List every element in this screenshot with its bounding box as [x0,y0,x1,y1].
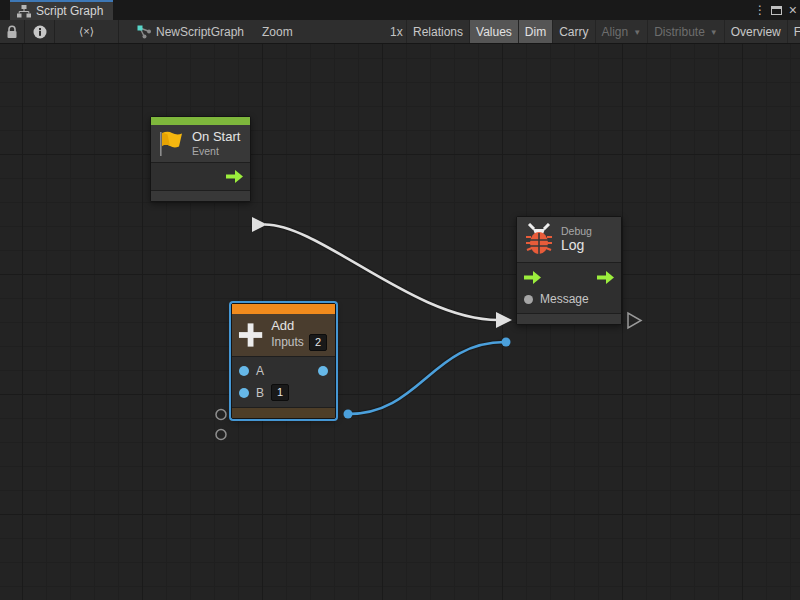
overview-button[interactable]: Overview [724,20,787,43]
close-icon[interactable]: × [789,0,797,20]
graph-name-label: NewScriptGraph [156,20,256,43]
port-label: Message [540,292,589,306]
maximize-glyph [771,6,782,15]
node-title: Add [271,319,327,334]
bug-icon [525,223,553,256]
inputs-label: Inputs [271,336,304,350]
full-screen-button[interactable]: Full S [787,20,800,43]
message-input-port[interactable] [524,295,533,304]
node-footer [517,313,621,324]
code-icon: ⟨×⟩ [79,25,94,38]
tab-script-graph[interactable]: Script Graph [10,0,113,20]
port-label: A [256,364,264,378]
graph-toolbar: ⟨×⟩ NewScriptGraph Zoom 1x Relations Val… [0,20,800,44]
zoom-label: Zoom [262,20,296,43]
distribute-dropdown[interactable]: Distribute ▼ [647,20,724,43]
tab-label: Script Graph [36,4,103,18]
lock-button[interactable] [0,20,24,43]
node-header: Add Inputs 2 [232,314,335,357]
window-menu-icon[interactable]: ⋮ [754,0,766,20]
dim-button[interactable]: Dim [518,20,552,43]
button-label: Align [602,25,629,39]
inputs-count-field[interactable]: 2 [309,334,327,351]
button-label: Carry [559,25,588,39]
button-label: Relations [413,25,463,39]
node-title: On Start [192,130,240,145]
relations-button[interactable]: Relations [406,20,469,43]
carry-button[interactable]: Carry [552,20,594,43]
sum-output-port[interactable] [318,366,328,376]
flow-output-port[interactable] [226,170,243,183]
node-title: Log [561,237,592,253]
button-label: Values [476,25,512,39]
align-dropdown[interactable]: Align ▼ [595,20,648,43]
toolbar-separator [118,20,119,43]
chevron-down-icon: ▼ [633,28,641,37]
flow-input-port[interactable] [524,271,541,284]
button-label: Full S [794,25,800,39]
info-button[interactable] [25,20,54,43]
node-header: On Start Event [151,125,250,163]
node-ports [151,163,250,190]
button-label: Distribute [654,25,705,39]
input-port-a[interactable] [239,366,249,376]
graph-canvas[interactable] [0,44,800,600]
code-view-button[interactable]: ⟨×⟩ [55,20,118,43]
flow-output-port[interactable] [597,271,614,284]
window-tab-bar: Script Graph ⋮ × [0,0,800,20]
node-debug-log[interactable]: Debug Log Message [516,216,622,325]
flag-icon [157,130,184,157]
node-subtitle: Debug [561,225,592,237]
input-port-b[interactable] [239,388,249,398]
node-on-start[interactable]: On Start Event [150,116,251,202]
event-color-bar [151,117,250,125]
port-label: B [256,386,264,400]
node-footer [232,407,335,418]
script-graph-asset-icon [136,20,153,43]
node-add[interactable]: Add Inputs 2 A B 1 [231,303,336,419]
port-b-value-field[interactable]: 1 [271,384,289,401]
node-ports: Message [517,263,621,313]
lock-icon [6,25,18,39]
info-icon [33,25,47,39]
button-label: Dim [525,25,546,39]
math-color-bar [232,304,335,314]
maximize-icon[interactable] [771,0,782,20]
graph-hierarchy-icon [17,5,31,18]
node-ports: A B 1 [232,357,335,407]
plus-icon [238,322,263,348]
node-footer [151,190,250,201]
toolbar-button-group: Relations Values Dim Carry Align ▼ Distr… [406,20,800,43]
script-graph-window: Script Graph ⋮ × ⟨×⟩ [0,0,800,600]
node-header: Debug Log [517,217,621,263]
zoom-value: 1x [390,20,406,43]
chevron-down-icon: ▼ [710,28,718,37]
values-button[interactable]: Values [469,20,518,43]
button-label: Overview [731,25,781,39]
node-subtitle: Event [192,145,240,157]
